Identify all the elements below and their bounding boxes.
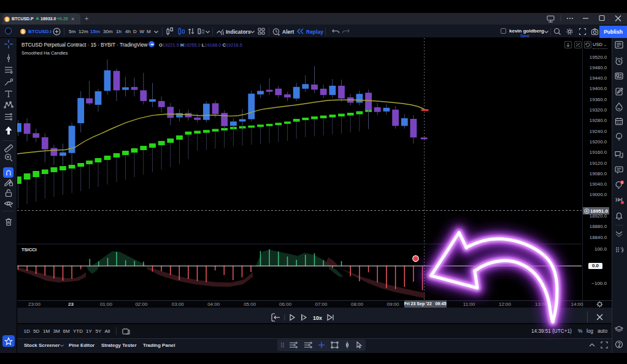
svg-text:10x: 10x [313, 314, 322, 320]
svg-text:5: 5 [621, 181, 623, 184]
